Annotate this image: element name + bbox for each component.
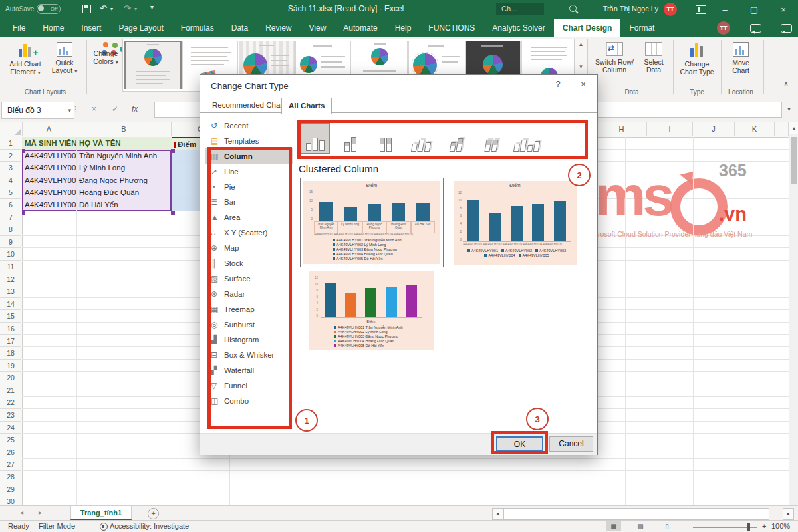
row-header-14[interactable]: 14 <box>0 298 21 311</box>
chart-style-thumbnail-1[interactable] <box>124 41 182 89</box>
row-header-4[interactable]: 4 <box>0 174 21 187</box>
ribbon-display-options-icon[interactable] <box>696 5 706 14</box>
select-data-button[interactable]: Select Data <box>637 39 670 87</box>
horizontal-scroll-track[interactable] <box>503 508 769 520</box>
vertical-scrollbar[interactable]: ▲ <box>789 122 798 505</box>
help-icon[interactable]: ? <box>549 79 567 89</box>
insert-function-icon[interactable]: fx <box>132 104 138 114</box>
preview-clustered-2[interactable]: Điểm 121086420 A4K49VLHY001 A4K49VLHY002… <box>454 181 577 265</box>
autosave-toggle[interactable]: AutoSave Off <box>5 4 61 14</box>
change-colors-button[interactable]: Change Colors ▾ <box>89 39 122 87</box>
chat-icon[interactable] <box>781 24 792 33</box>
row-header-6[interactable]: 6 <box>0 199 21 211</box>
row-header-13[interactable]: 13 <box>0 285 21 298</box>
preview-clustered-3[interactable]: 121086420 Điểm A4K49VLHY001 Trần Nguyễn … <box>309 271 434 350</box>
row-header-29[interactable]: 29 <box>0 483 21 496</box>
subtype-3-d-100-stacked-column[interactable] <box>477 123 506 154</box>
preview-clustered-1[interactable]: Điểm 151050 Trần Nguyễn Minh AnhLý Minh … <box>300 178 444 267</box>
avatar-small[interactable]: TT <box>717 21 730 35</box>
cell-a1[interactable]: MÃ SINH VIÊN <box>22 137 76 150</box>
row-header-5[interactable]: 5 <box>0 186 21 199</box>
vertical-scroll-thumb[interactable] <box>791 137 797 184</box>
scroll-left-icon[interactable]: ◂ <box>492 508 503 520</box>
formula-bar-expand-icon[interactable]: ▾ <box>787 105 791 112</box>
column-header-I[interactable]: I <box>647 122 693 136</box>
enter-entry-icon[interactable]: ✓ <box>112 104 118 114</box>
zoom-in-icon[interactable]: + <box>762 522 766 530</box>
ribbon-tab-review[interactable]: Review <box>257 19 300 37</box>
close-button[interactable]: × <box>771 0 795 19</box>
subtype-3-d-clustered-column[interactable] <box>406 123 436 154</box>
sheet-tab-trang-tinh1[interactable]: Trang_tính1 <box>70 506 132 520</box>
cell-b1[interactable]: HỌ VÀ TÊN <box>76 137 172 150</box>
avatar[interactable]: TT <box>664 3 677 16</box>
gallery-up-icon[interactable]: ▲ <box>579 41 584 47</box>
row-header-10[interactable]: 10 <box>0 248 21 261</box>
minimize-button[interactable]: – <box>713 0 737 19</box>
row-header-24[interactable]: 24 <box>0 422 21 434</box>
comments-icon[interactable] <box>750 24 761 33</box>
row-header-12[interactable]: 12 <box>0 273 21 286</box>
zoom-out-icon[interactable]: – <box>684 522 688 530</box>
row-header-28[interactable]: 28 <box>0 471 21 483</box>
page-layout-view-icon[interactable]: ▤ <box>633 521 648 531</box>
row-header-21[interactable]: 21 <box>0 384 21 397</box>
row-header-8[interactable]: 8 <box>0 223 21 236</box>
ribbon-tab-automate[interactable]: Automate <box>334 19 386 37</box>
ribbon-tab-format[interactable]: Format <box>620 19 663 37</box>
name-box-chevron-icon[interactable]: ▾ <box>68 102 71 118</box>
row-header-1[interactable]: 1 <box>0 137 21 150</box>
ribbon-tab-formulas[interactable]: Formulas <box>172 19 223 37</box>
quick-layout-button[interactable]: Quick Layout ▾ <box>47 39 82 87</box>
tab-all-charts[interactable]: All Charts <box>281 98 332 114</box>
redo-chevron-icon[interactable]: ▾ <box>134 6 137 12</box>
cancel-button[interactable]: Cancel <box>549 436 593 452</box>
autosave-off-pill[interactable]: Off <box>37 4 61 14</box>
collapse-ribbon-icon[interactable]: ∧ <box>783 80 789 88</box>
row-header-22[interactable]: 22 <box>0 396 21 409</box>
row-header-11[interactable]: 11 <box>0 261 21 273</box>
subtype-100-stacked-column[interactable] <box>371 123 400 154</box>
row-header-23[interactable]: 23 <box>0 409 21 422</box>
user-name[interactable]: Trần Thị Ngọc Ly <box>584 5 658 13</box>
row-header-16[interactable]: 16 <box>0 323 21 335</box>
maximize-button[interactable]: ▢ <box>742 0 766 19</box>
horizontal-scrollbar[interactable]: ◂ ▸ <box>492 508 793 519</box>
row-header-27[interactable]: 27 <box>0 458 21 471</box>
row-header-19[interactable]: 19 <box>0 360 21 372</box>
add-chart-element-button[interactable]: + Add Chart Element ▾ <box>5 39 45 87</box>
ribbon-tab-file[interactable]: File <box>4 19 34 37</box>
row-header-3[interactable]: 3 <box>0 162 21 174</box>
row-header-7[interactable]: 7 <box>0 211 21 224</box>
ribbon-tab-view[interactable]: View <box>301 19 335 37</box>
search-input[interactable]: Ch... <box>496 3 544 15</box>
row-header-18[interactable]: 18 <box>0 347 21 360</box>
undo-chevron-icon[interactable]: ▾ <box>110 6 113 12</box>
column-header-K[interactable]: K <box>735 122 775 136</box>
scroll-up-icon[interactable]: ▲ <box>789 122 798 134</box>
zoom-level[interactable]: 100% <box>771 522 790 530</box>
category-recent[interactable]: ↺Recent <box>205 118 293 133</box>
ribbon-tab-home[interactable]: Home <box>34 19 72 37</box>
scroll-right-icon[interactable]: ▸ <box>783 508 794 520</box>
qat-customize-icon[interactable]: ▾ <box>150 3 154 11</box>
ribbon-tab-insert[interactable]: Insert <box>72 19 110 37</box>
subtype-3-d-column[interactable] <box>512 123 541 154</box>
move-chart-button[interactable]: Move Chart <box>724 39 758 87</box>
accessibility-status[interactable]: Accessibility: Investigate <box>110 522 189 530</box>
select-all-corner[interactable] <box>0 122 23 136</box>
undo-icon[interactable]: ↶ <box>100 3 107 13</box>
name-box[interactable]: Biểu đồ 3 ▾ <box>1 102 74 119</box>
page-break-view-icon[interactable]: ▯ <box>660 521 674 531</box>
row-header-2[interactable]: 2 <box>0 150 21 162</box>
ribbon-tab-data[interactable]: Data <box>223 19 257 37</box>
row-header-20[interactable]: 20 <box>0 372 21 384</box>
ribbon-tab-help[interactable]: Help <box>386 19 420 37</box>
change-chart-type-button[interactable]: Change Chart Type <box>676 39 718 87</box>
row-header-17[interactable]: 17 <box>0 335 21 348</box>
row-header-30[interactable]: 30 <box>0 495 21 505</box>
save-icon[interactable] <box>82 5 91 13</box>
new-sheet-button[interactable]: + <box>148 508 159 519</box>
cancel-entry-icon[interactable]: × <box>92 104 96 114</box>
gallery-down-icon[interactable]: ▼ <box>579 64 584 70</box>
